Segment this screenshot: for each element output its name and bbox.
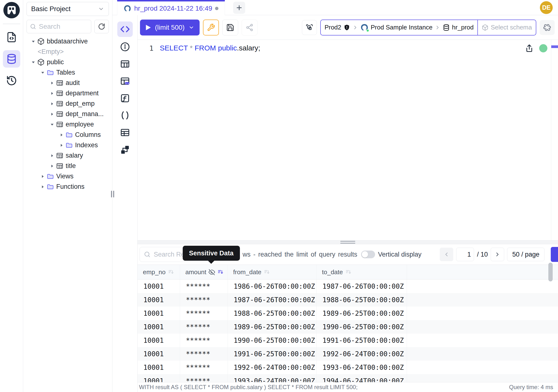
caret-right-icon[interactable]	[48, 81, 56, 85]
cell-emp_no: 10001	[138, 279, 180, 293]
strip-sensitive-table-button[interactable]	[119, 75, 131, 87]
tree-item-audit[interactable]: audit	[26, 78, 109, 88]
tree-item-title[interactable]: title	[26, 161, 109, 171]
user-avatar[interactable]: DE	[540, 1, 553, 14]
caret-right-icon[interactable]	[48, 102, 56, 105]
tree-item-salary[interactable]: salary	[26, 150, 109, 161]
tree-item-indexes[interactable]: Indexes	[26, 140, 109, 150]
result-row[interactable]: 10001******1986-06-26T00:00:00Z1987-06-2…	[138, 279, 558, 293]
page-size-select[interactable]: 50 / page	[507, 248, 544, 261]
worksheet-tab[interactable]: hr_prod 2024-11-22 16:49	[117, 0, 225, 15]
rail-sheet-button[interactable]	[3, 28, 20, 46]
panel-splitter[interactable]	[138, 240, 558, 244]
sort-icon[interactable]	[345, 269, 352, 275]
page-number-input[interactable]	[456, 248, 474, 261]
environment-label: Prod2	[325, 24, 341, 31]
connection-context[interactable]: Prod2 Prod Sample Instance	[321, 20, 478, 35]
sidebar-resize-handle[interactable]	[111, 191, 114, 197]
strip-procedure-button[interactable]	[119, 109, 131, 122]
database-icon	[443, 24, 450, 31]
export-button[interactable]	[551, 247, 558, 262]
tree-item-employee[interactable]: employee	[26, 119, 109, 130]
prev-page-button[interactable]	[440, 248, 453, 261]
sort-icon[interactable]	[168, 269, 174, 275]
next-page-button[interactable]	[491, 248, 504, 261]
strip-table-list-button[interactable]	[119, 58, 131, 70]
sidebar-search-input[interactable]	[39, 23, 88, 30]
openai-icon	[543, 23, 551, 32]
tree-item-views[interactable]: Views	[26, 171, 109, 182]
chevron-left-icon	[443, 251, 450, 258]
cell-empty	[407, 320, 558, 334]
tree-item-dept-mana[interactable]: dept_mana...	[26, 109, 109, 119]
vertical-display-toggle[interactable]	[361, 251, 375, 258]
project-select[interactable]: Basic Project	[26, 2, 109, 16]
run-query-button[interactable]: (limit 500)	[140, 19, 200, 35]
caret-right-icon[interactable]	[48, 92, 56, 95]
caret-right-icon[interactable]	[48, 154, 56, 157]
tree-item-public[interactable]: public	[26, 57, 109, 67]
code-icon	[120, 24, 130, 34]
strip-code-button[interactable]	[117, 21, 133, 37]
result-row[interactable]: 10001******1992-06-24T00:00:00Z1993-06-2…	[138, 361, 558, 374]
strip-function-button[interactable]	[119, 92, 131, 104]
caret-down-icon[interactable]	[29, 40, 37, 43]
caret-right-icon[interactable]	[48, 164, 56, 168]
new-tab-button[interactable]	[233, 2, 245, 14]
result-row[interactable]: 10001******1993-06-24T00:00:00Z1994-06-2…	[138, 374, 558, 382]
tree-item-department[interactable]: department	[26, 88, 109, 98]
cell-to_date: 1993-06-24T00:00:00Z	[317, 361, 407, 374]
results-scrollbar-thumb[interactable]	[548, 263, 553, 281]
sql-editor[interactable]: 1 SELECT * FROM public.salary;	[138, 40, 558, 240]
caret-right-icon[interactable]	[39, 175, 47, 178]
tree-item-columns[interactable]: Columns	[26, 130, 109, 140]
share-button[interactable]	[242, 19, 258, 35]
refresh-button[interactable]	[94, 20, 109, 33]
result-row[interactable]: 10001******1989-06-25T00:00:00Z1990-06-2…	[138, 320, 558, 334]
sql-editor-app: Basic Project bbdataarchive<Empty>public…	[0, 0, 558, 392]
rail-buttons	[3, 28, 20, 94]
result-row[interactable]: 10001******1990-06-25T00:00:00Z1991-06-2…	[138, 334, 558, 347]
schema-select[interactable]: Select schema	[477, 20, 536, 35]
editor-actions	[525, 44, 547, 53]
editor-icon-strip	[113, 15, 138, 392]
code-token-plain	[192, 44, 194, 52]
tree-item-dept-emp[interactable]: dept_emp	[26, 98, 109, 109]
strip-schema-diagram-button[interactable]	[119, 144, 131, 156]
rail-history-button[interactable]	[3, 72, 20, 89]
caret-right-icon[interactable]	[58, 133, 65, 137]
bytebase-logo-icon[interactable]	[3, 2, 20, 18]
caret-right-icon[interactable]	[39, 185, 47, 189]
caret-down-icon[interactable]	[48, 123, 56, 126]
tree-item-label: dept_mana...	[66, 110, 104, 118]
column-header-to_date[interactable]: to_date	[317, 265, 407, 279]
sort-icon[interactable]	[263, 269, 270, 275]
result-row[interactable]: 10001******1991-06-25T00:00:00Z1992-06-2…	[138, 347, 558, 361]
column-header-from_date[interactable]: from_date	[228, 265, 317, 279]
tree-item-tables[interactable]: Tables	[26, 67, 109, 78]
strip-external-table-button[interactable]	[119, 126, 131, 139]
tree-item-label: Functions	[56, 183, 85, 191]
column-header-emp_no[interactable]: emp_no	[138, 265, 180, 279]
connection-breadcrumb[interactable]: Prod2 Prod Sample Instance	[320, 19, 536, 35]
rail-database-button[interactable]	[3, 50, 20, 68]
editor-scrollbar-thumb[interactable]	[551, 45, 558, 48]
ai-assistant-button[interactable]	[540, 20, 555, 35]
batch-query-button[interactable]	[302, 20, 317, 35]
caret-right-icon[interactable]	[48, 113, 56, 116]
result-row[interactable]: 10001******1988-06-25T00:00:00Z1989-06-2…	[138, 306, 558, 320]
strip-info-button[interactable]	[119, 41, 131, 53]
upload-sql-button[interactable]	[525, 44, 534, 53]
sidebar-search[interactable]	[26, 20, 91, 33]
tree-item-bbdataarchive[interactable]: bbdataarchive	[26, 36, 109, 47]
query-options-button[interactable]	[203, 19, 219, 35]
caret-right-icon[interactable]	[58, 144, 65, 147]
column-header-amount[interactable]: amount	[180, 265, 228, 279]
sort-icon[interactable]	[217, 269, 224, 275]
tree-item-functions[interactable]: Functions	[26, 182, 109, 192]
result-row[interactable]: 10001******1987-06-26T00:00:00Z1988-06-2…	[138, 293, 558, 306]
save-button[interactable]	[222, 19, 238, 35]
caret-down-icon[interactable]	[39, 71, 47, 74]
tree-item-empty[interactable]: <Empty>	[26, 47, 109, 57]
caret-down-icon[interactable]	[29, 61, 37, 63]
